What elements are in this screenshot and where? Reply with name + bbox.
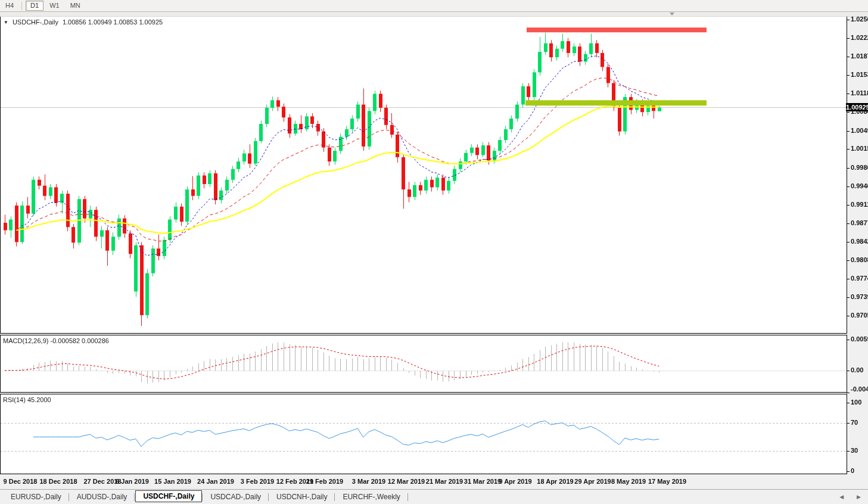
chart-tab-bar: EURUSD-,DailyAUDUSD-,DailyUSDCHF-,DailyU… xyxy=(0,489,868,504)
timeframe-button-w1[interactable]: W1 xyxy=(45,1,64,11)
mt4-chart-window: { "ui": { "toolbar": { "timeframes": [ {… xyxy=(0,0,868,504)
chart-tabs: EURUSD-,DailyAUDUSD-,DailyUSDCHF-,DailyU… xyxy=(4,491,409,503)
tab-usdcad-daily[interactable]: USDCAD-,Daily xyxy=(203,491,268,503)
toolbar-separator xyxy=(21,2,23,10)
chart-scroll-strip[interactable] xyxy=(0,12,868,17)
tab-audusd-daily[interactable]: AUDUSD-,Daily xyxy=(70,491,135,503)
timeframe-button-mn[interactable]: MN xyxy=(66,1,85,11)
tab-scroll-left-icon[interactable]: ◀ xyxy=(839,491,844,502)
tab-eurusd-daily[interactable]: EURUSD-,Daily xyxy=(4,491,69,503)
tab-scroll-arrows: ◀ ▶ xyxy=(839,491,861,502)
tab-separator xyxy=(407,493,409,501)
chart-shift-marker-icon[interactable] xyxy=(670,13,674,15)
timeframe-toolbar: H4D1W1MN xyxy=(0,0,868,12)
price-axis[interactable] xyxy=(847,16,868,474)
tab-scroll-right-icon[interactable]: ▶ xyxy=(857,491,861,502)
timeframe-button-h4[interactable]: H4 xyxy=(1,1,18,11)
tab-usdchf-daily[interactable]: USDCHF-,Daily xyxy=(135,490,202,502)
timeframe-button-d1[interactable]: D1 xyxy=(26,1,43,11)
tab-usdcnh-daily[interactable]: USDCNH-,Daily xyxy=(269,491,334,503)
time-axis[interactable] xyxy=(0,475,846,489)
chart-canvas[interactable] xyxy=(0,0,868,504)
tab-eurchf-weekly[interactable]: EURCHF-,Weekly xyxy=(335,491,407,503)
